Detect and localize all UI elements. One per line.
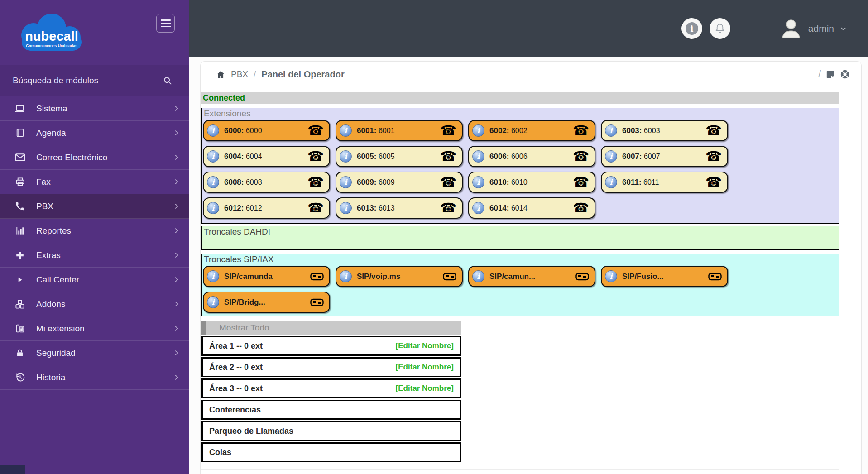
operator-panel: Connected Extensiones i6000: 6000☎ i6001… <box>201 87 861 474</box>
content-column: i admin <box>189 0 868 474</box>
sidebar-item-agenda[interactable]: Agenda <box>0 121 189 145</box>
edit-name-link[interactable]: [Editar Nombre] <box>396 384 454 393</box>
link-plug-icon <box>708 272 722 281</box>
extension-card[interactable]: i6013: 6013☎ <box>336 197 463 219</box>
call-parking-row[interactable]: Parqueo de Llamadas <box>201 421 461 441</box>
breadcrumb-section[interactable]: PBX <box>231 69 248 79</box>
info-ball-icon[interactable]: i <box>472 202 484 214</box>
extension-card[interactable]: i6010: 6010☎ <box>468 172 595 193</box>
extension-card[interactable]: i6001: 6001☎ <box>336 120 463 141</box>
bell-icon[interactable] <box>710 18 730 39</box>
sidebar-item-fax[interactable]: Fax <box>0 170 189 194</box>
memo-icon[interactable] <box>825 69 835 80</box>
info-ball-icon[interactable]: i <box>207 202 219 214</box>
extension-card[interactable]: i6006: 6006☎ <box>468 146 595 167</box>
info-ball-icon[interactable]: i <box>472 176 484 188</box>
extension-card[interactable]: i6008: 6008☎ <box>203 172 330 193</box>
extension-card[interactable]: i6011: 6011☎ <box>601 172 728 193</box>
info-ball-icon[interactable]: i <box>472 150 484 163</box>
info-ball-icon[interactable]: i <box>207 296 219 308</box>
info-ball-icon[interactable]: i <box>605 176 617 188</box>
show-all-button[interactable]: Mostrar Todo <box>201 321 461 335</box>
life-ring-icon[interactable] <box>839 69 850 80</box>
status-badge: Connected <box>203 93 245 103</box>
info-ball-icon[interactable]: i <box>605 124 617 137</box>
sidebar-item-reportes[interactable]: Reportes <box>0 219 189 243</box>
chevron-right-icon <box>173 154 180 161</box>
info-ball-icon[interactable]: i <box>340 176 352 188</box>
info-icon[interactable]: i <box>681 18 702 39</box>
sidebar-item-call-center[interactable]: Call Center <box>0 268 189 292</box>
info-ball-icon[interactable]: i <box>340 150 352 163</box>
extension-card[interactable]: i6014: 6014☎ <box>468 197 595 219</box>
queues-row[interactable]: Colas <box>201 442 461 462</box>
sidebar-item-sistema[interactable]: Sistema <box>0 96 189 121</box>
link-plug-icon <box>310 298 324 307</box>
sidebar-item-label: PBX <box>36 201 53 211</box>
sidebar-item-seguridad[interactable]: Seguridad <box>0 341 189 365</box>
extension-card[interactable]: i6000: 6000☎ <box>203 120 330 141</box>
extension-card[interactable]: i6004: 6004☎ <box>203 146 330 167</box>
area-row-2[interactable]: Área 2 -- 0 ext [Editar Nombre] <box>201 357 461 377</box>
module-search-input[interactable]: Búsqueda de módulos <box>0 65 189 96</box>
area-row-3[interactable]: Área 3 -- 0 ext [Editar Nombre] <box>201 378 461 398</box>
info-ball-icon[interactable]: i <box>605 150 617 163</box>
footer-divider <box>201 469 839 470</box>
area-row-1[interactable]: Área 1 -- 0 ext [Editar Nombre] <box>201 336 461 356</box>
module-search-label: Búsqueda de módulos <box>13 76 98 86</box>
trunk-card[interactable]: iSIP/voip.ms <box>336 266 463 287</box>
edit-name-link[interactable]: [Editar Nombre] <box>396 341 454 350</box>
info-ball-icon[interactable]: i <box>207 270 219 282</box>
trunks-sip-panel: Troncales SIP/IAX iSIP/camunda iSIP/voip… <box>201 254 839 316</box>
info-ball-icon[interactable]: i <box>605 270 617 282</box>
extensions-grid: i6000: 6000☎ i6001: 6001☎ i6002: 6002☎ i… <box>203 120 837 219</box>
trunk-card[interactable]: iSIP/Bridg... <box>203 292 330 313</box>
show-all-label: Mostrar Todo <box>219 323 269 333</box>
trunk-card[interactable]: iSIP/camunda <box>203 266 330 287</box>
sidebar-item-correo-electronico[interactable]: Correo Electrónico <box>0 145 189 170</box>
info-ball-icon[interactable]: i <box>207 150 219 163</box>
extension-card[interactable]: i6009: 6009☎ <box>336 172 463 193</box>
app-root: nubecall Comunicaciones Unificadas Búsqu… <box>0 0 868 474</box>
sidebar-item-label: Reportes <box>36 226 71 236</box>
sidebar-item-historia[interactable]: Historia <box>0 365 189 390</box>
trunk-card[interactable]: iSIP/Fusio... <box>601 266 728 287</box>
menu-icon[interactable] <box>156 14 175 33</box>
header-actions: / <box>818 68 850 80</box>
info-ball-icon[interactable]: i <box>340 202 352 214</box>
sidebar-item-addons[interactable]: Addons <box>0 292 189 316</box>
telephone-icon: ☎ <box>705 176 722 189</box>
home-icon[interactable] <box>216 70 225 79</box>
sidebar-menu: Sistema Agenda Correo Electrónico <box>0 96 189 390</box>
info-ball-icon[interactable]: i <box>472 270 484 282</box>
laptop-icon <box>14 103 26 114</box>
extension-card[interactable]: i6005: 6005☎ <box>336 146 463 167</box>
info-ball-icon[interactable]: i <box>340 270 352 282</box>
page-title[interactable]: Panel del Operador <box>261 69 344 80</box>
info-ball-icon[interactable]: i <box>472 124 484 137</box>
edit-name-link[interactable]: [Editar Nombre] <box>396 363 454 372</box>
info-ball-icon[interactable]: i <box>207 124 219 137</box>
conferences-row[interactable]: Conferencias <box>201 400 461 420</box>
chevron-right-icon <box>173 105 180 112</box>
extension-card[interactable]: i6002: 6002☎ <box>468 120 595 141</box>
sidebar-item-mi-extension[interactable]: Mi extensión <box>0 316 189 341</box>
sidebar-item-pbx[interactable]: PBX <box>0 194 189 219</box>
info-ball-icon[interactable]: i <box>207 176 219 188</box>
breadcrumb-separator: / <box>254 69 256 79</box>
extension-card[interactable]: i6012: 6012☎ <box>203 197 330 219</box>
extension-card[interactable]: i6007: 6007☎ <box>601 146 728 167</box>
telephone-icon: ☎ <box>307 124 324 137</box>
trunk-card[interactable]: iSIP/camun... <box>468 266 595 287</box>
telephone-icon: ☎ <box>307 201 324 215</box>
extension-card[interactable]: i6003: 6003☎ <box>601 120 728 141</box>
sidebar-item-extras[interactable]: Extras <box>0 243 189 268</box>
nubecall-logo[interactable]: nubecall Comunicaciones Unificadas <box>12 12 93 54</box>
sidebar-item-label: Extras <box>36 250 61 260</box>
info-ball-icon[interactable]: i <box>340 124 352 137</box>
sidebar: nubecall Comunicaciones Unificadas Búsqu… <box>0 0 189 474</box>
link-plug-icon <box>310 272 324 281</box>
user-menu[interactable]: admin <box>779 18 847 39</box>
telephone-icon: ☎ <box>440 150 456 163</box>
telephone-icon: ☎ <box>573 176 589 189</box>
